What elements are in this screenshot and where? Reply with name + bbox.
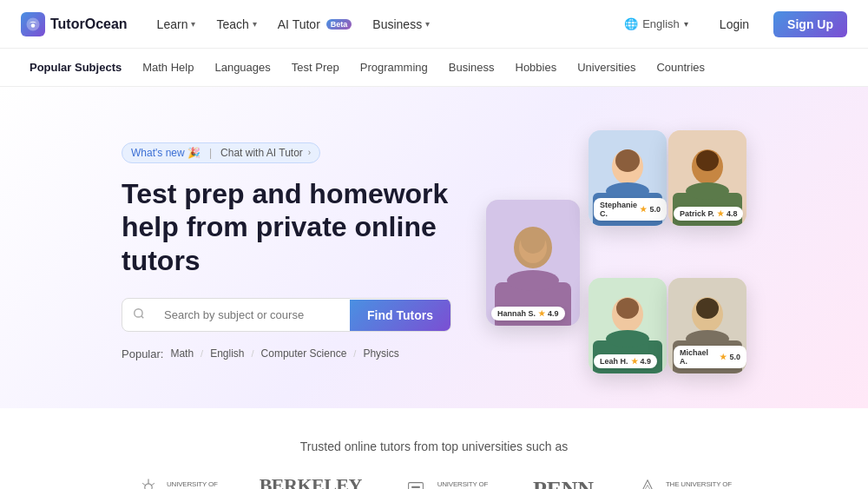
nav-item-teach[interactable]: Teach ▾: [207, 12, 265, 36]
tutor-card-3: Patrick P. ★ 4.8: [668, 130, 746, 226]
uni-berkeley-text: Berkeley UNIVERSITY OF CALIFORNIA: [260, 474, 362, 489]
svg-line-3: [141, 316, 144, 319]
svg-point-24: [606, 330, 649, 347]
tutor-card-1: Hannah S. ★ 4.9: [486, 200, 580, 326]
star-icon: ★: [538, 309, 545, 318]
badge-separator: |: [209, 147, 212, 159]
chevron-down-icon: ▾: [425, 19, 430, 29]
chevron-down-icon: ▾: [253, 19, 257, 29]
uni-berkeley[interactable]: Berkeley UNIVERSITY OF CALIFORNIA: [260, 474, 362, 489]
svg-line-32: [142, 483, 146, 486]
navbar-right: 🌐 English ▾ Login Sign Up: [617, 11, 847, 37]
chevron-right-icon: ›: [308, 148, 311, 157]
svg-point-12: [615, 149, 640, 172]
hero-title: Test prep and homework help from private…: [122, 177, 486, 277]
subnav-test-prep[interactable]: Test Prep: [283, 56, 348, 79]
popular-row: Popular: Math / English / Computer Scien…: [122, 346, 486, 361]
uni-toronto-text: UNIVERSITY OF TORONTO: [167, 480, 218, 489]
subnav-hobbies[interactable]: Hobbies: [507, 56, 566, 79]
svg-point-1: [31, 23, 36, 28]
star-icon: ★: [720, 353, 727, 361]
globe-icon: 🌐: [624, 17, 638, 30]
chevron-down-icon: ▾: [191, 19, 195, 29]
uni-penn: Penn: [533, 476, 594, 489]
svg-point-17: [696, 150, 719, 171]
tutor-label-1: Hannah S. ★ 4.9: [491, 307, 565, 320]
tutor-label-3: Patrick P. ★ 4.8: [674, 207, 743, 221]
navbar-left: TutorOcean Learn ▾ Teach ▾ AI Tutor Beta…: [21, 12, 438, 36]
badge-link-text: Chat with AI Tutor: [220, 147, 303, 159]
chevron-down-icon: ▾: [684, 19, 688, 29]
subnav-universities[interactable]: Universities: [569, 56, 644, 79]
svg-point-22: [616, 298, 639, 319]
popular-tag-english[interactable]: English: [210, 346, 244, 361]
tag-separator: /: [252, 348, 254, 359]
uni-logos: UNIVERSITY OF TORONTO Berkeley UNIVERSIT…: [69, 474, 799, 489]
svg-rect-36: [411, 486, 420, 488]
nav-item-learn[interactable]: Learn ▾: [148, 12, 205, 36]
tutor-label-5: Michael A. ★ 5.0: [674, 346, 746, 368]
svg-point-7: [521, 228, 545, 254]
subnav-popular-subjects[interactable]: Popular Subjects: [21, 56, 130, 79]
hero-left: What's new 🎉 | Chat with AI Tutor › Test…: [122, 142, 486, 361]
language-selector[interactable]: 🌐 English ▾: [617, 13, 695, 35]
search-input[interactable]: [154, 300, 350, 330]
logo[interactable]: TutorOcean: [21, 12, 128, 36]
logo-icon: [21, 12, 45, 36]
svg-point-14: [606, 182, 649, 200]
uni-melbourne-text: THE UNIVERSITY OF MELBOURNE: [666, 480, 732, 489]
star-icon: ★: [631, 357, 638, 366]
hero-section: What's new 🎉 | Chat with AI Tutor › Test…: [0, 87, 868, 408]
hero-images: Hannah S. ★ 4.9 Stephanie C. ★ 5.0: [486, 130, 746, 373]
tutor-card-4: Leah H. ★ 4.9: [589, 278, 667, 373]
subnav-programming[interactable]: Programming: [352, 56, 437, 79]
tag-separator: /: [201, 348, 203, 359]
star-icon: ★: [717, 209, 724, 218]
badge-new-text: What's new 🎉: [131, 147, 201, 159]
tutor-label-4: Leah H. ★ 4.9: [594, 354, 657, 368]
subnav-business[interactable]: Business: [440, 56, 503, 79]
uni-melbourne: THE UNIVERSITY OF MELBOURNE: [635, 478, 732, 489]
star-icon: ★: [640, 205, 647, 214]
whats-new-badge[interactable]: What's new 🎉 | Chat with AI Tutor ›: [122, 142, 320, 163]
uni-cambridge: UNIVERSITY OF CAMBRIDGE: [404, 478, 491, 489]
uni-toronto: UNIVERSITY OF TORONTO: [136, 478, 218, 489]
popular-tag-physics[interactable]: Physics: [363, 346, 398, 361]
subnav-languages[interactable]: Languages: [206, 56, 279, 79]
brand-name: TutorOcean: [50, 17, 128, 32]
signup-button[interactable]: Sign Up: [773, 11, 847, 37]
tag-separator: /: [353, 348, 356, 359]
tutor-card-5: Michael A. ★ 5.0: [668, 278, 746, 373]
search-bar: Find Tutors: [122, 298, 451, 332]
search-icon: [122, 299, 154, 331]
ai-badge: Beta: [326, 19, 352, 30]
uni-penn-text: Penn: [533, 476, 594, 489]
popular-label: Popular:: [122, 347, 163, 360]
subnav: Popular Subjects Math Help Languages Tes…: [0, 49, 868, 87]
svg-rect-35: [409, 483, 424, 489]
nav-item-business[interactable]: Business ▾: [364, 12, 438, 36]
tutor-card-2: Stephanie C. ★ 5.0: [589, 130, 667, 226]
popular-tag-cs[interactable]: Computer Science: [261, 346, 347, 361]
nav-item-ai-tutor[interactable]: AI Tutor Beta: [269, 12, 361, 36]
svg-line-33: [151, 483, 155, 486]
nav-menu: Learn ▾ Teach ▾ AI Tutor Beta Business ▾: [148, 12, 439, 36]
svg-point-19: [686, 182, 729, 200]
svg-point-27: [696, 298, 719, 319]
universities-section: Trusted online tutors from top universit…: [0, 408, 868, 489]
popular-tag-math[interactable]: Math: [170, 346, 194, 361]
tutor-label-2: Stephanie C. ★ 5.0: [594, 198, 667, 221]
subnav-math-help[interactable]: Math Help: [134, 56, 202, 79]
navbar: TutorOcean Learn ▾ Teach ▾ AI Tutor Beta…: [0, 0, 868, 49]
svg-point-29: [686, 330, 729, 347]
find-tutors-button[interactable]: Find Tutors: [350, 300, 450, 331]
uni-cambridge-text: UNIVERSITY OF CAMBRIDGE: [434, 480, 491, 489]
svg-point-30: [145, 484, 152, 489]
universities-title: Trusted online tutors from top universit…: [69, 439, 799, 453]
svg-point-9: [507, 270, 559, 291]
svg-point-2: [135, 309, 142, 317]
login-button[interactable]: Login: [706, 11, 763, 37]
subnav-countries[interactable]: Countries: [648, 56, 713, 79]
